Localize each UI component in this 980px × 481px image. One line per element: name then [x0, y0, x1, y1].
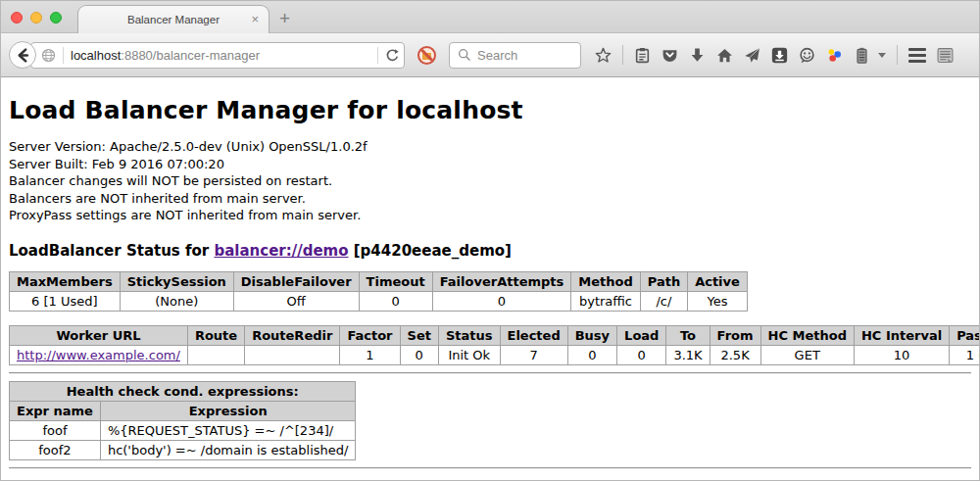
table-title-row: Health check cond. expressions: — [10, 381, 356, 401]
col-expression: Expression — [100, 401, 356, 420]
col-disablefailover: DisableFailover — [233, 271, 359, 291]
cell-expr-name: foof — [10, 420, 101, 440]
cell-disablefailover: Off — [233, 291, 359, 311]
col-route: Route — [187, 325, 244, 345]
col-routeredir: RouteRedir — [245, 325, 340, 345]
reload-icon[interactable] — [385, 48, 400, 63]
window-minimize-button[interactable] — [30, 12, 42, 24]
table-header-row: Worker URL Route RouteRedir Factor Set S… — [10, 325, 980, 345]
col-to: To — [666, 325, 710, 345]
col-hc-interval: HC Interval — [854, 325, 949, 345]
search-input[interactable] — [477, 48, 565, 63]
table-header-row: MaxMembers StickySession DisableFailover… — [10, 271, 748, 291]
plugin-blocked-icon[interactable] — [417, 46, 436, 65]
tab-close-button[interactable]: × — [251, 12, 259, 26]
window-close-button[interactable] — [11, 12, 23, 24]
url-host: localhost — [71, 48, 121, 63]
balancer-settings-table: MaxMembers StickySession DisableFailover… — [9, 271, 748, 312]
tab-title: Balancer Manager — [127, 14, 220, 25]
cell-route — [187, 345, 244, 364]
battery-extension-icon[interactable] — [854, 47, 870, 64]
chevron-down-icon[interactable] — [878, 53, 886, 58]
back-button[interactable] — [9, 41, 36, 69]
balancer-demo-link[interactable]: balancer://demo — [214, 242, 348, 260]
toolbar-separator — [897, 45, 898, 65]
bookmark-star-icon[interactable] — [595, 47, 612, 64]
downloads-icon[interactable] — [689, 47, 706, 64]
search-icon — [458, 48, 471, 62]
proxypass-notice-line: ProxyPass settings are NOT inherited fro… — [9, 207, 971, 224]
worker-url-link[interactable]: http://www.example.com/ — [17, 348, 180, 362]
col-active: Active — [688, 271, 748, 291]
cell-hc-method: GET — [760, 345, 854, 364]
cell-elected: 7 — [500, 345, 567, 364]
menu-hamburger-icon[interactable] — [908, 48, 926, 63]
table-row: foof2 hc('body') =~ /domain is establish… — [10, 440, 356, 459]
table-row: 6 [1 Used] (None) Off 0 0 bytraffic /c/ … — [10, 291, 748, 311]
divider — [9, 467, 971, 469]
table-header-row: Expr name Expression — [10, 401, 356, 420]
cell-status: Init Ok — [438, 345, 500, 364]
window-controls — [11, 12, 62, 24]
back-arrow-icon — [15, 47, 31, 64]
tab-strip: Balancer Manager × + — [1, 1, 979, 33]
browser-window: Balancer Manager × + localhost:8880/bala… — [0, 0, 980, 481]
server-built-line: Server Built: Feb 9 2016 07:00:20 — [9, 156, 971, 173]
search-bar[interactable] — [449, 42, 581, 69]
loadbalancer-status-heading: LoadBalancer Status for balancer://demo … — [9, 242, 971, 260]
col-passes: Passes — [950, 325, 979, 345]
col-status: Status — [438, 325, 500, 345]
col-maxmembers: MaxMembers — [10, 271, 121, 291]
cell-expression: %{REQUEST_STATUS} =~ /^[234]/ — [100, 420, 356, 440]
server-info: Server Version: Apache/2.5.0-dev (Unix) … — [9, 138, 971, 224]
col-path: Path — [640, 271, 687, 291]
toolbar-icons — [595, 45, 954, 65]
divider — [9, 372, 971, 374]
cell-stickysession: (None) — [120, 291, 233, 311]
home-icon[interactable] — [716, 47, 733, 64]
reload-separator — [377, 47, 378, 64]
cell-factor: 1 — [340, 345, 400, 364]
globe-icon — [41, 48, 56, 63]
feedback-smiley-icon[interactable] — [799, 47, 815, 64]
grid-extension-icon[interactable] — [937, 47, 954, 64]
inherit-notice-line: Balancers are NOT inherited from main se… — [9, 190, 971, 208]
col-elected: Elected — [500, 325, 567, 345]
cell-expression: hc('body') =~ /domain is established/ — [100, 440, 356, 459]
col-from: From — [710, 325, 760, 345]
col-set: Set — [400, 325, 438, 345]
send-tab-icon[interactable] — [744, 47, 760, 64]
cell-passes: 1 (0) — [950, 345, 979, 364]
pocket-icon[interactable] — [662, 47, 678, 64]
cell-routeredir — [245, 345, 340, 364]
video-download-extension-icon[interactable] — [771, 47, 788, 64]
server-version-line: Server Version: Apache/2.5.0-dev (Unix) … — [9, 138, 971, 156]
cell-active: Yes — [688, 291, 748, 311]
url-bar[interactable]: localhost:8880/balancer-manager — [30, 42, 405, 69]
cell-from: 2.5K — [710, 345, 760, 364]
navigation-toolbar: localhost:8880/balancer-manager — [1, 33, 979, 77]
health-check-table: Health check cond. expressions: Expr nam… — [9, 381, 356, 460]
cell-expr-name: foof2 — [10, 440, 101, 459]
browser-tab[interactable]: Balancer Manager × — [77, 5, 270, 33]
cell-method: bytraffic — [571, 291, 640, 311]
identity-separator — [63, 47, 64, 64]
col-failoverattempts: FailoverAttempts — [432, 271, 571, 291]
status-heading-suffix: [p4420eeae_demo] — [349, 242, 512, 260]
col-load: Load — [617, 325, 666, 345]
reading-list-clipboard-icon[interactable] — [634, 47, 651, 64]
colored-dots-extension-icon[interactable] — [826, 47, 843, 64]
col-busy: Busy — [567, 325, 616, 345]
col-hc-method: HC Method — [760, 325, 854, 345]
worker-table: Worker URL Route RouteRedir Factor Set S… — [9, 325, 979, 365]
window-zoom-button[interactable] — [50, 12, 62, 24]
col-factor: Factor — [340, 325, 400, 345]
toolbar-separator — [622, 45, 623, 65]
cell-load: 0 — [617, 345, 666, 364]
new-tab-button[interactable]: + — [279, 5, 290, 32]
table-row: foof %{REQUEST_STATUS} =~ /^[234]/ — [10, 420, 356, 440]
col-expr-name: Expr name — [10, 401, 101, 420]
cell-worker-url: http://www.example.com/ — [10, 345, 188, 364]
cell-failoverattempts: 0 — [432, 291, 571, 311]
col-worker-url: Worker URL — [10, 325, 188, 345]
